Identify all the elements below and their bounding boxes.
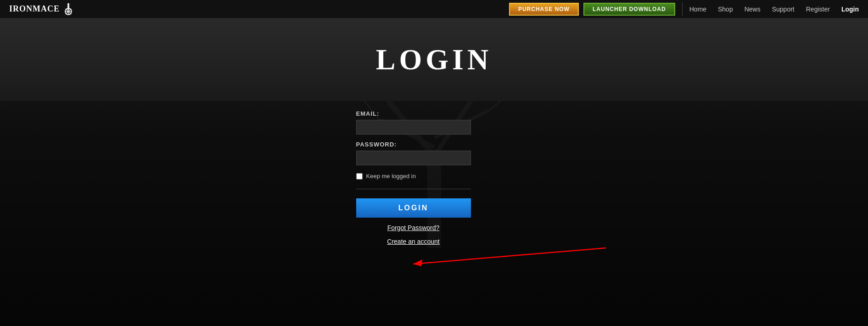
- navbar: IRONMACE PURCHASE NOW LAUNCHER DOWNLOAD …: [0, 0, 868, 18]
- logo-text: IRONMACE: [9, 4, 60, 14]
- remember-row: Keep me logged in: [356, 173, 416, 180]
- nav-shop[interactable]: Shop: [718, 6, 733, 13]
- purchase-now-button[interactable]: PURCHASE NOW: [509, 3, 579, 16]
- navbar-action-buttons: PURCHASE NOW LAUNCHER DOWNLOAD: [509, 3, 675, 16]
- create-account-link[interactable]: Create an account: [387, 238, 439, 245]
- create-account-row: Create an account: [356, 238, 471, 245]
- nav-support[interactable]: Support: [772, 6, 795, 13]
- nav-news[interactable]: News: [745, 6, 761, 13]
- remember-checkbox[interactable]: [356, 173, 363, 180]
- nav-register[interactable]: Register: [806, 6, 830, 13]
- login-form: EMAIL: PASSWORD: Keep me logged in LOGIN…: [356, 110, 512, 245]
- remember-label[interactable]: Keep me logged in: [366, 173, 416, 180]
- form-divider: [356, 189, 471, 189]
- password-input[interactable]: [356, 151, 471, 165]
- navbar-divider: [682, 2, 683, 16]
- main-content: LOGIN EMAIL: PASSWORD: Keep me logged in…: [0, 18, 868, 326]
- forgot-password-row: Forgot Password?: [356, 224, 471, 231]
- email-input[interactable]: [356, 120, 471, 135]
- login-header-area: LOGIN: [0, 18, 868, 101]
- nav-home[interactable]: Home: [689, 6, 706, 13]
- logo-icon: [62, 2, 75, 16]
- logo: IRONMACE: [9, 2, 75, 16]
- nav-links: Home Shop News Support Register Login: [689, 6, 859, 13]
- nav-login[interactable]: Login: [841, 6, 859, 13]
- page-title: LOGIN: [376, 43, 492, 77]
- forgot-password-link[interactable]: Forgot Password?: [387, 224, 440, 231]
- email-label: EMAIL:: [356, 110, 380, 117]
- launcher-download-button[interactable]: LAUNCHER DOWNLOAD: [583, 3, 675, 16]
- login-button[interactable]: LOGIN: [356, 198, 471, 218]
- password-label: PASSWORD:: [356, 141, 397, 148]
